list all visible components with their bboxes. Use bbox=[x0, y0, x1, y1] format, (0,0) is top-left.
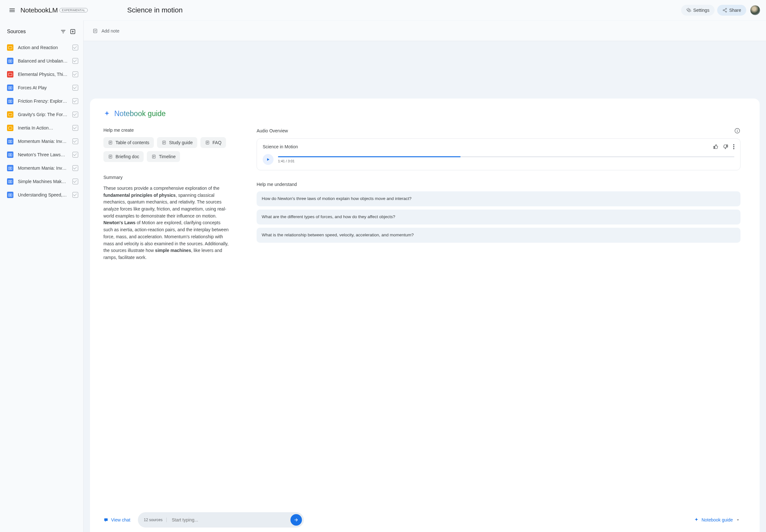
share-label: Share bbox=[729, 8, 741, 13]
chat-input[interactable] bbox=[170, 514, 286, 526]
settings-label: Settings bbox=[693, 8, 710, 13]
doc-icon bbox=[108, 154, 113, 159]
source-checkbox[interactable] bbox=[72, 85, 78, 91]
doc-icon bbox=[7, 178, 13, 185]
add-note-label: Add note bbox=[101, 28, 119, 33]
plus-box-icon bbox=[70, 28, 76, 35]
more-menu-icon[interactable] bbox=[733, 146, 734, 147]
source-checkbox[interactable] bbox=[72, 112, 78, 117]
source-checkbox[interactable] bbox=[72, 165, 78, 171]
chip-toc[interactable]: Table of contents bbox=[103, 137, 154, 148]
thumbs-down-icon[interactable] bbox=[723, 144, 729, 150]
chevron-down-icon bbox=[735, 517, 740, 522]
share-button[interactable]: Share bbox=[717, 5, 746, 16]
doc-icon bbox=[151, 154, 156, 159]
thumbs-up-icon[interactable] bbox=[713, 144, 718, 150]
pdf-icon bbox=[7, 71, 13, 78]
source-label: Inertia In Action… bbox=[18, 125, 68, 130]
notebook-guide-toggle[interactable]: Notebook guide bbox=[694, 517, 740, 522]
doc-icon bbox=[7, 58, 13, 64]
source-checkbox[interactable] bbox=[72, 179, 78, 184]
suggested-question[interactable]: What are the different types of forces, … bbox=[256, 210, 740, 225]
source-item[interactable]: Gravity's Grip: The Force… bbox=[0, 108, 83, 121]
svg-point-2 bbox=[725, 11, 726, 12]
slides-icon bbox=[7, 44, 13, 51]
source-item[interactable]: Momentum Mania: Inves… bbox=[0, 135, 83, 148]
doc-icon bbox=[7, 98, 13, 104]
source-item[interactable]: Action and Reaction bbox=[0, 41, 83, 54]
source-item[interactable]: Understanding Speed, Ve… bbox=[0, 188, 83, 202]
svg-rect-11 bbox=[104, 518, 108, 521]
slides-icon bbox=[7, 111, 13, 118]
guide-title: Notebook guide bbox=[114, 109, 166, 118]
sparkle-icon bbox=[694, 517, 699, 522]
sidebar-title: Sources bbox=[7, 29, 58, 34]
source-list: Action and ReactionBalanced and Unbalanc… bbox=[0, 41, 83, 532]
source-label: Balanced and Unbalance… bbox=[18, 58, 68, 63]
audio-overview-heading: Audio Overview bbox=[256, 128, 288, 133]
source-checkbox[interactable] bbox=[72, 45, 78, 50]
add-source-button[interactable] bbox=[68, 27, 78, 36]
source-label: Action and Reaction bbox=[18, 45, 68, 50]
source-label: Momentum Mania: Inves… bbox=[18, 166, 68, 171]
source-checkbox[interactable] bbox=[72, 192, 78, 198]
source-label: Momentum Mania: Inves… bbox=[18, 139, 68, 144]
play-button[interactable] bbox=[263, 154, 273, 165]
filter-button[interactable] bbox=[58, 27, 68, 36]
audio-progress-bar[interactable] bbox=[278, 156, 734, 157]
filter-icon bbox=[60, 28, 66, 35]
hamburger-menu[interactable] bbox=[6, 4, 19, 17]
suggested-question[interactable]: What is the relationship between speed, … bbox=[256, 228, 740, 243]
suggested-question[interactable]: How do Newton's three laws of motion exp… bbox=[256, 191, 740, 206]
chat-input-wrap: 12 sources bbox=[138, 512, 304, 528]
summary-heading: Summary bbox=[103, 175, 237, 180]
source-label: Understanding Speed, Ve… bbox=[18, 192, 68, 197]
source-checkbox[interactable] bbox=[72, 98, 78, 104]
source-checkbox[interactable] bbox=[72, 152, 78, 158]
source-count: 12 sources bbox=[144, 518, 167, 522]
source-label: Elemental Physics, Third… bbox=[18, 72, 68, 77]
bottom-bar: View chat 12 sources Notebook guide bbox=[103, 512, 740, 528]
source-item[interactable]: Forces At Play bbox=[0, 81, 83, 94]
send-button[interactable] bbox=[290, 514, 302, 526]
question-list: How do Newton's three laws of motion exp… bbox=[256, 191, 740, 243]
doc-icon bbox=[7, 138, 13, 144]
source-checkbox[interactable] bbox=[72, 138, 78, 144]
add-note-button[interactable]: Add note bbox=[93, 28, 119, 34]
info-icon[interactable] bbox=[734, 128, 740, 134]
slides-icon bbox=[7, 125, 13, 131]
experimental-badge: EXPERIMENTAL bbox=[59, 8, 87, 12]
note-icon bbox=[93, 28, 98, 34]
chip-study-guide[interactable]: Study guide bbox=[157, 137, 197, 148]
sparkle-icon bbox=[103, 110, 110, 117]
doc-icon bbox=[161, 140, 167, 145]
share-icon bbox=[722, 8, 727, 13]
summary-text: These sources provide a comprehensive ex… bbox=[103, 185, 231, 261]
settings-button[interactable]: Settings bbox=[681, 5, 715, 16]
main-area: Add note Notebook guide Help me create T… bbox=[84, 20, 766, 532]
document-title[interactable]: Science in motion bbox=[127, 6, 183, 14]
source-checkbox[interactable] bbox=[72, 71, 78, 77]
source-label: Newton's Three Laws… bbox=[18, 152, 68, 157]
source-item[interactable]: Friction Frenzy: Explorin… bbox=[0, 94, 83, 108]
source-item[interactable]: Newton's Three Laws… bbox=[0, 148, 83, 161]
source-item[interactable]: Balanced and Unbalance… bbox=[0, 54, 83, 68]
doc-icon bbox=[7, 151, 13, 158]
source-item[interactable]: Elemental Physics, Third… bbox=[0, 68, 83, 81]
chip-briefing[interactable]: Briefing doc bbox=[103, 151, 144, 162]
gear-icon bbox=[686, 8, 691, 13]
source-item[interactable]: Momentum Mania: Inves… bbox=[0, 161, 83, 175]
source-checkbox[interactable] bbox=[72, 125, 78, 131]
source-checkbox[interactable] bbox=[72, 58, 78, 64]
notebook-guide-card: Notebook guide Help me create Table of c… bbox=[90, 99, 760, 532]
chip-timeline[interactable]: Timeline bbox=[147, 151, 180, 162]
chip-faq[interactable]: FAQ bbox=[200, 137, 226, 148]
user-avatar[interactable] bbox=[750, 5, 760, 15]
svg-point-1 bbox=[723, 10, 724, 11]
view-chat-button[interactable]: View chat bbox=[103, 517, 130, 522]
doc-icon bbox=[7, 85, 13, 91]
source-label: Friction Frenzy: Explorin… bbox=[18, 99, 68, 104]
source-item[interactable]: Inertia In Action… bbox=[0, 121, 83, 135]
source-item[interactable]: Simple Machines Make… bbox=[0, 175, 83, 188]
source-label: Forces At Play bbox=[18, 85, 68, 90]
